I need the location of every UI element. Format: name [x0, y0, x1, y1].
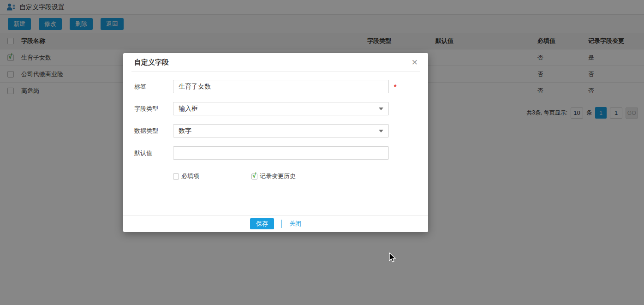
- record-history-option[interactable]: √ 记录变更历史: [251, 172, 296, 180]
- required-checkbox[interactable]: [173, 173, 179, 179]
- data-type-row: 数据类型 数字: [134, 124, 417, 138]
- default-value-row: 默认值: [134, 146, 417, 160]
- checkbox-checked-icon: √: [252, 172, 256, 179]
- label-field-row: 标签 *: [134, 80, 417, 93]
- options-row: 必填项 √ 记录变更历史: [134, 172, 417, 180]
- screen: 自定义字段设置 新建 修改 删除 返回 字段名称 字段类型 默认值 必填值 记录…: [0, 0, 644, 305]
- dialog-title: 自定义字段: [134, 58, 169, 67]
- data-type-selected-value: 数字: [179, 127, 191, 135]
- close-icon[interactable]: ✕: [411, 59, 418, 66]
- required-option[interactable]: 必填项: [173, 172, 199, 180]
- save-button[interactable]: 保存: [250, 218, 274, 229]
- record-history-option-label: 记录变更历史: [260, 172, 296, 180]
- data-type-select[interactable]: 数字: [173, 124, 389, 138]
- footer-divider: [281, 220, 282, 228]
- label-input[interactable]: [173, 80, 389, 93]
- field-type-row: 字段类型 输入框: [134, 102, 417, 115]
- required-option-label: 必填项: [181, 172, 199, 180]
- default-value-label: 默认值: [134, 149, 173, 157]
- field-type-label: 字段类型: [134, 105, 173, 113]
- default-value-input[interactable]: [173, 146, 389, 160]
- dialog-footer: 保存 关闭: [123, 215, 428, 232]
- custom-field-dialog: 自定义字段 ✕ 标签 * 字段类型 输入框 数据类型 数字: [123, 53, 428, 232]
- dialog-body: 标签 * 字段类型 输入框 数据类型 数字 默认值: [123, 72, 428, 180]
- required-asterisk: *: [394, 83, 396, 90]
- close-button[interactable]: 关闭: [289, 220, 301, 228]
- data-type-label: 数据类型: [134, 127, 173, 135]
- label-field-label: 标签: [134, 83, 173, 91]
- dialog-header: 自定义字段 ✕: [123, 53, 428, 72]
- field-type-selected-value: 输入框: [179, 105, 198, 113]
- chevron-down-icon: [379, 130, 383, 132]
- record-history-checkbox[interactable]: √: [251, 173, 257, 179]
- chevron-down-icon: [379, 108, 383, 110]
- field-type-select[interactable]: 输入框: [173, 102, 389, 115]
